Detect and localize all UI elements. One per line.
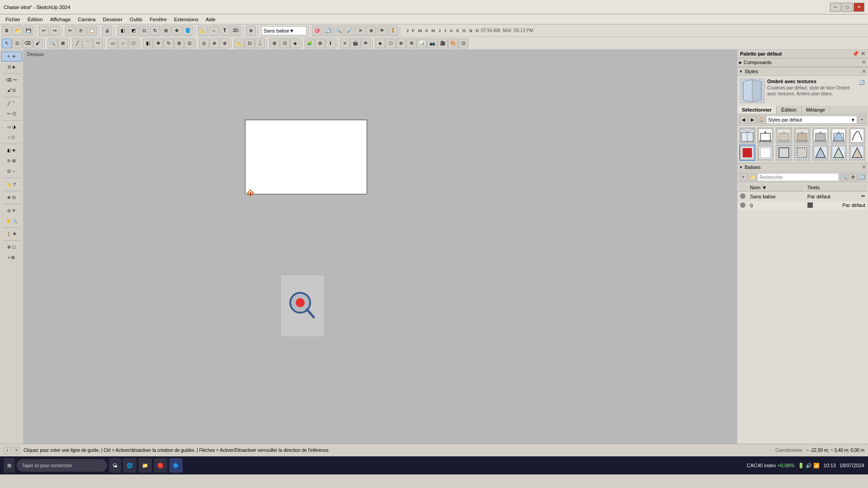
tb-components[interactable]: 🧩 [305,38,315,48]
tb-open[interactable]: 📂 [13,26,23,36]
style-cell-sketch2[interactable] [812,145,829,161]
tb-group[interactable]: ⊞ [315,38,325,48]
menu-edition[interactable]: Édition [24,16,47,23]
styles-dropdown[interactable]: Styles par défaut ▼ [766,116,857,124]
composants-header[interactable]: ▶ Composants ✕ [737,58,868,67]
balises-refresh-button[interactable]: 🔄 [858,173,866,181]
lt-eraser[interactable]: ⌫ 〜 [1,75,22,85]
style-cell-sketch4[interactable] [849,145,865,161]
taskbar-app-explorer[interactable]: 📁 [138,458,152,473]
lt-rect[interactable]: ▭ ◑ [1,122,22,132]
balises-settings-button[interactable]: ⚙ [849,173,857,181]
tb-follow2[interactable]: ⊡ [458,38,468,48]
tb-dynamic[interactable]: ⚙ [406,38,416,48]
tb-new[interactable]: 🗎 [2,26,12,36]
month-d[interactable]: D [475,28,481,33]
tb-copy[interactable]: ⎘ [76,26,86,36]
tb-scale[interactable]: ⊞ [161,26,171,36]
status-info-button[interactable]: i [4,447,11,454]
month-j3[interactable]: J [443,28,448,33]
month-m2[interactable]: M [430,28,437,33]
tab-selectionner[interactable]: Sélectionner [737,106,777,114]
tb-rotate[interactable]: ↻ [150,26,160,36]
month-j2[interactable]: J [437,28,442,33]
tb-camera4[interactable]: 🔎 [344,26,354,36]
style-cell-outline2[interactable] [794,145,810,161]
tb-3dtext[interactable]: 3D [231,26,241,36]
month-s[interactable]: S [455,28,460,33]
style-cell-red-box[interactable] [739,145,755,161]
tb-section2[interactable]: ⊡ [245,38,255,48]
tb-report[interactable]: 📊 [417,38,427,48]
tb-camera10[interactable]: 🎥 [438,38,448,48]
tb-camera3[interactable]: 🔍 [334,26,344,36]
styles-header[interactable]: ▼ Styles ✕ [737,67,868,76]
status-help-button[interactable]: ? [13,447,20,454]
lt-tape[interactable]: 📐 T [1,179,22,189]
menu-fenetre[interactable]: Fenêtre [146,16,170,23]
lt-offset[interactable]: ⊡ ↔ [1,166,22,176]
tb-tape2[interactable]: 📐 [234,38,244,48]
balises-add-button[interactable]: + [739,173,747,181]
lt-component-select[interactable]: ⊡ ◈ [1,62,22,72]
lt-walk[interactable]: 🚶 👁 [1,229,22,239]
row2-vis[interactable] [738,202,747,210]
tb-move[interactable]: ✥ [172,26,182,36]
tb-camera7[interactable]: 👁 [377,26,387,36]
tb-camera2[interactable]: 🔄 [323,26,333,36]
tb-scale2[interactable]: ⊞ [174,38,184,48]
composants-close-button[interactable]: ✕ [862,59,866,66]
tb-rect[interactable]: ▭ [108,38,118,48]
drawing-area[interactable] [245,120,367,194]
balises-header[interactable]: ▼ Balises ✕ [737,163,868,172]
tb-offset[interactable]: ⊡ [139,26,149,36]
lt-pan[interactable]: ✋ 🔍 [1,216,22,226]
lt-push-pull[interactable]: ◧ ✥ [1,145,22,155]
menu-extensions[interactable]: Extensions [170,16,202,23]
style-cell-monochrome[interactable] [812,127,829,144]
style-cell-xray[interactable] [830,127,847,144]
style-refresh-button[interactable]: 🔄 [858,79,865,86]
tb-zoom-window[interactable]: 🔍 [47,38,57,48]
tb-cut[interactable]: ✂ [65,26,75,36]
tb-move2[interactable]: ✥ [153,38,163,48]
tb-follow-me[interactable]: ◩ [128,26,138,36]
tb-redo[interactable]: ↪ [50,26,60,36]
tb-sandbox3[interactable]: ◈ [290,38,300,48]
menu-dessiner[interactable]: Dessiner [99,16,126,23]
tb-views[interactable]: 👁 [361,38,371,48]
lt-line[interactable]: ╱ ⌒ [1,99,22,108]
tb-dim[interactable]: ↔ [209,26,219,36]
tb-layers2[interactable]: ≡ [340,38,350,48]
styles-create-button[interactable]: + [858,116,866,124]
taskbar-search[interactable]: Taper ici pour rechercher [17,459,107,472]
menu-aide[interactable]: Aide [202,16,219,23]
tb-scenes[interactable]: 🎬 [350,38,360,48]
lt-section-plane[interactable]: ⊗ ⊡ [1,192,22,202]
tb-sandbox[interactable]: ⊞ [269,38,279,48]
lt-paint[interactable]: 🖌 ⊡ [1,85,22,95]
menu-affichage[interactable]: Affichage [47,16,75,23]
style-cell-shaded[interactable] [776,127,792,144]
balises-search-input[interactable] [757,173,839,181]
tb-select[interactable]: ↖ [2,38,12,48]
style-cell-shaded-tex[interactable] [794,127,810,144]
tb-tape[interactable]: 📐 [198,26,208,36]
tb-circle[interactable]: ○ [118,38,128,48]
balises-search-button[interactable]: 🔍 [840,173,848,181]
tb-text[interactable]: T [220,26,230,36]
lt-rotate[interactable]: ↻ ⊞ [1,156,22,166]
taskbar-app-sketchup[interactable]: 🔷 [169,458,183,473]
month-n[interactable]: N [468,28,474,33]
minimize-button[interactable]: ─ [830,3,841,12]
tb-camera8[interactable]: 🧍 [388,26,398,36]
tb-sandbox4[interactable]: ⬡ [386,38,396,48]
tb-freehand[interactable]: 〜 [93,38,103,48]
styles-back-button[interactable]: ◀ [739,116,747,124]
tb-walk[interactable]: 🚶 [255,38,265,48]
taskbar-app-chrome[interactable]: 🔴 [154,458,167,473]
lt-circle[interactable]: ○ ⬡ [1,132,22,142]
taskbar-app-browser[interactable]: 🌐 [123,458,137,473]
tb-component-select[interactable]: ⊡ [12,38,22,48]
panel-pin-button[interactable]: 📌 [852,51,859,57]
